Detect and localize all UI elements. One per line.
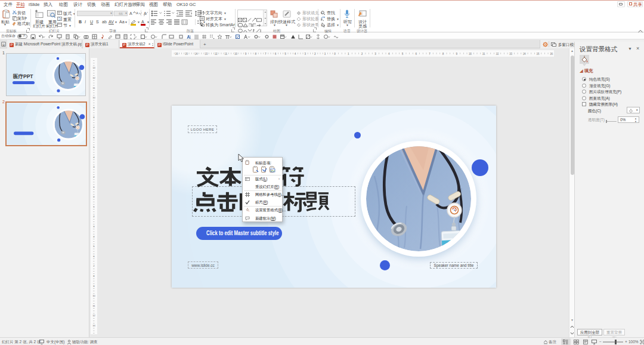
svg-text:11: 11 <box>92 304 95 307</box>
svg-text:10: 10 <box>234 53 238 56</box>
svg-text:16: 16 <box>175 53 178 56</box>
svg-text:12: 12 <box>92 76 95 79</box>
svg-text:15: 15 <box>185 53 188 56</box>
svg-text:14: 14 <box>195 53 199 56</box>
svg-text:12: 12 <box>496 53 499 56</box>
svg-text:13: 13 <box>509 53 513 56</box>
svg-text:10: 10 <box>92 96 95 99</box>
svg-text:14: 14 <box>523 53 527 56</box>
svg-text:15: 15 <box>536 53 540 56</box>
svg-text:12: 12 <box>215 53 218 56</box>
svg-text:13: 13 <box>92 66 95 69</box>
svg-text:13: 13 <box>92 324 95 327</box>
svg-text:11: 11 <box>225 53 228 56</box>
svg-text:10: 10 <box>469 53 472 56</box>
svg-text:11: 11 <box>92 87 95 90</box>
svg-text:医疗PPT: 医疗PPT <box>13 73 33 79</box>
svg-text:11: 11 <box>482 53 485 56</box>
svg-text:12: 12 <box>92 314 95 317</box>
svg-text:10: 10 <box>92 294 95 297</box>
svg-text:16: 16 <box>550 53 553 56</box>
svg-text:13: 13 <box>205 53 208 56</box>
